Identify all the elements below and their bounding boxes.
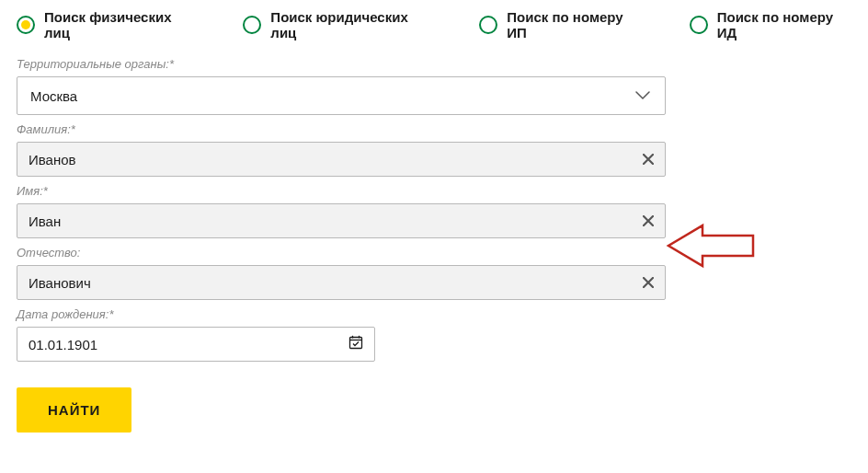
dob-input-wrap — [17, 327, 375, 362]
chevron-down-icon — [635, 91, 650, 100]
close-icon[interactable] — [643, 274, 654, 291]
tab-label: Поиск физических лиц — [44, 9, 195, 40]
patronymic-input-wrap — [17, 265, 666, 300]
radio-icon — [479, 16, 497, 34]
radio-icon — [243, 16, 261, 34]
territorial-select[interactable]: Москва — [17, 76, 666, 115]
patronymic-input[interactable] — [29, 275, 654, 291]
close-icon[interactable] — [643, 151, 654, 167]
tab-label: Поиск юридических лиц — [270, 9, 431, 40]
search-type-tabs: Поиск физических лиц Поиск юридических л… — [17, 9, 851, 40]
tab-label: Поиск по номеру ИП — [507, 9, 641, 40]
arrow-annotation-icon — [666, 223, 758, 269]
calendar-icon[interactable] — [348, 335, 363, 353]
lastname-input[interactable] — [29, 152, 654, 167]
tab-legal-entities[interactable]: Поиск юридических лиц — [243, 9, 431, 40]
dob-label: Дата рождения:* — [17, 307, 666, 321]
firstname-input[interactable] — [29, 213, 654, 229]
firstname-input-wrap — [17, 203, 666, 238]
radio-icon — [17, 16, 35, 34]
lastname-label: Фамилия:* — [17, 122, 666, 136]
radio-icon — [690, 16, 708, 34]
dob-input[interactable] — [29, 337, 363, 352]
svg-rect-0 — [350, 338, 362, 349]
firstname-label: Имя:* — [17, 184, 666, 198]
search-button[interactable]: НАЙТИ — [17, 387, 131, 433]
close-icon[interactable] — [643, 213, 654, 229]
lastname-input-wrap — [17, 142, 666, 177]
territorial-value: Москва — [30, 88, 77, 104]
tab-ip-number[interactable]: Поиск по номеру ИП — [479, 9, 641, 40]
tab-label: Поиск по номеру ИД — [717, 9, 851, 40]
tab-individuals[interactable]: Поиск физических лиц — [17, 9, 195, 40]
patronymic-label: Отчество: — [17, 246, 666, 260]
tab-id-number[interactable]: Поиск по номеру ИД — [690, 9, 851, 40]
search-form: Территориальные органы:* Москва Фамилия:… — [17, 57, 666, 433]
territorial-label: Территориальные органы:* — [17, 57, 666, 71]
